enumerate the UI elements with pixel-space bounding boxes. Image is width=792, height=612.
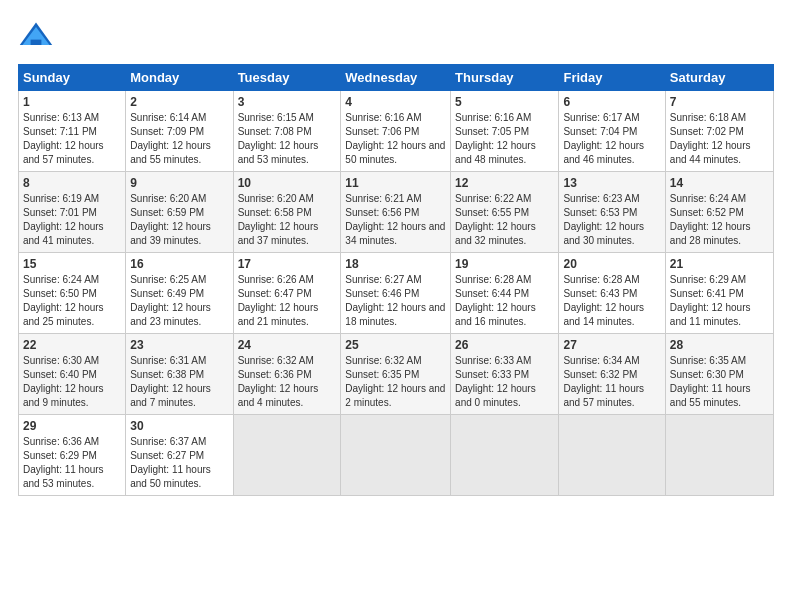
- sunrise-label: Sunrise: 6:16 AM: [345, 112, 421, 123]
- sunrise-label: Sunrise: 6:24 AM: [23, 274, 99, 285]
- sunrise-label: Sunrise: 6:28 AM: [455, 274, 531, 285]
- sunrise-label: Sunrise: 6:25 AM: [130, 274, 206, 285]
- day-info: Sunrise: 6:22 AM Sunset: 6:55 PM Dayligh…: [455, 192, 554, 248]
- day-number: 1: [23, 95, 121, 109]
- day-number: 25: [345, 338, 446, 352]
- calendar-day-cell: 7 Sunrise: 6:18 AM Sunset: 7:02 PM Dayli…: [665, 91, 773, 172]
- day-info: Sunrise: 6:16 AM Sunset: 7:06 PM Dayligh…: [345, 111, 446, 167]
- day-number: 21: [670, 257, 769, 271]
- sunrise-label: Sunrise: 6:30 AM: [23, 355, 99, 366]
- daylight-label: Daylight: 12 hours and 7 minutes.: [130, 383, 211, 408]
- day-number: 6: [563, 95, 660, 109]
- sunset-label: Sunset: 6:30 PM: [670, 369, 744, 380]
- calendar-day-cell: 12 Sunrise: 6:22 AM Sunset: 6:55 PM Dayl…: [451, 172, 559, 253]
- day-number: 22: [23, 338, 121, 352]
- calendar-day-cell: 28 Sunrise: 6:35 AM Sunset: 6:30 PM Dayl…: [665, 334, 773, 415]
- sunrise-label: Sunrise: 6:15 AM: [238, 112, 314, 123]
- daylight-label: Daylight: 12 hours and 48 minutes.: [455, 140, 536, 165]
- calendar-day-cell: 16 Sunrise: 6:25 AM Sunset: 6:49 PM Dayl…: [126, 253, 233, 334]
- daylight-label: Daylight: 12 hours and 18 minutes.: [345, 302, 445, 327]
- daylight-label: Daylight: 11 hours and 57 minutes.: [563, 383, 644, 408]
- daylight-label: Daylight: 12 hours and 34 minutes.: [345, 221, 445, 246]
- day-number: 10: [238, 176, 337, 190]
- sunset-label: Sunset: 6:36 PM: [238, 369, 312, 380]
- sunrise-label: Sunrise: 6:16 AM: [455, 112, 531, 123]
- calendar-week-row: 1 Sunrise: 6:13 AM Sunset: 7:11 PM Dayli…: [19, 91, 774, 172]
- daylight-label: Daylight: 12 hours and 9 minutes.: [23, 383, 104, 408]
- sunrise-label: Sunrise: 6:20 AM: [238, 193, 314, 204]
- calendar-day-cell: 25 Sunrise: 6:32 AM Sunset: 6:35 PM Dayl…: [341, 334, 451, 415]
- page-header: [18, 18, 774, 54]
- calendar-day-cell: 13 Sunrise: 6:23 AM Sunset: 6:53 PM Dayl…: [559, 172, 665, 253]
- day-number: 30: [130, 419, 228, 433]
- day-number: 16: [130, 257, 228, 271]
- calendar-day-cell: 22 Sunrise: 6:30 AM Sunset: 6:40 PM Dayl…: [19, 334, 126, 415]
- calendar-week-row: 15 Sunrise: 6:24 AM Sunset: 6:50 PM Dayl…: [19, 253, 774, 334]
- day-number: 20: [563, 257, 660, 271]
- day-info: Sunrise: 6:33 AM Sunset: 6:33 PM Dayligh…: [455, 354, 554, 410]
- daylight-label: Daylight: 12 hours and 37 minutes.: [238, 221, 319, 246]
- sunset-label: Sunset: 6:33 PM: [455, 369, 529, 380]
- day-number: 15: [23, 257, 121, 271]
- daylight-label: Daylight: 11 hours and 53 minutes.: [23, 464, 104, 489]
- day-info: Sunrise: 6:18 AM Sunset: 7:02 PM Dayligh…: [670, 111, 769, 167]
- calendar-day-cell: 19 Sunrise: 6:28 AM Sunset: 6:44 PM Dayl…: [451, 253, 559, 334]
- daylight-label: Daylight: 11 hours and 50 minutes.: [130, 464, 211, 489]
- sunset-label: Sunset: 6:49 PM: [130, 288, 204, 299]
- day-info: Sunrise: 6:35 AM Sunset: 6:30 PM Dayligh…: [670, 354, 769, 410]
- calendar-table: SundayMondayTuesdayWednesdayThursdayFrid…: [18, 64, 774, 496]
- daylight-label: Daylight: 12 hours and 28 minutes.: [670, 221, 751, 246]
- calendar-day-cell: 17 Sunrise: 6:26 AM Sunset: 6:47 PM Dayl…: [233, 253, 341, 334]
- sunset-label: Sunset: 6:52 PM: [670, 207, 744, 218]
- day-info: Sunrise: 6:28 AM Sunset: 6:43 PM Dayligh…: [563, 273, 660, 329]
- day-number: 24: [238, 338, 337, 352]
- day-number: 2: [130, 95, 228, 109]
- calendar-week-row: 29 Sunrise: 6:36 AM Sunset: 6:29 PM Dayl…: [19, 415, 774, 496]
- calendar-day-cell: 27 Sunrise: 6:34 AM Sunset: 6:32 PM Dayl…: [559, 334, 665, 415]
- daylight-label: Daylight: 12 hours and 2 minutes.: [345, 383, 445, 408]
- sunrise-label: Sunrise: 6:32 AM: [345, 355, 421, 366]
- daylight-label: Daylight: 12 hours and 57 minutes.: [23, 140, 104, 165]
- day-info: Sunrise: 6:13 AM Sunset: 7:11 PM Dayligh…: [23, 111, 121, 167]
- sunrise-label: Sunrise: 6:32 AM: [238, 355, 314, 366]
- daylight-label: Daylight: 12 hours and 16 minutes.: [455, 302, 536, 327]
- day-header-saturday: Saturday: [665, 65, 773, 91]
- sunrise-label: Sunrise: 6:21 AM: [345, 193, 421, 204]
- calendar-header-row: SundayMondayTuesdayWednesdayThursdayFrid…: [19, 65, 774, 91]
- sunset-label: Sunset: 7:04 PM: [563, 126, 637, 137]
- day-info: Sunrise: 6:30 AM Sunset: 6:40 PM Dayligh…: [23, 354, 121, 410]
- calendar-day-cell: 3 Sunrise: 6:15 AM Sunset: 7:08 PM Dayli…: [233, 91, 341, 172]
- calendar-week-row: 8 Sunrise: 6:19 AM Sunset: 7:01 PM Dayli…: [19, 172, 774, 253]
- day-number: 9: [130, 176, 228, 190]
- day-number: 26: [455, 338, 554, 352]
- calendar-day-cell: 18 Sunrise: 6:27 AM Sunset: 6:46 PM Dayl…: [341, 253, 451, 334]
- day-info: Sunrise: 6:16 AM Sunset: 7:05 PM Dayligh…: [455, 111, 554, 167]
- calendar-day-cell: 11 Sunrise: 6:21 AM Sunset: 6:56 PM Dayl…: [341, 172, 451, 253]
- day-header-wednesday: Wednesday: [341, 65, 451, 91]
- sunrise-label: Sunrise: 6:22 AM: [455, 193, 531, 204]
- day-info: Sunrise: 6:27 AM Sunset: 6:46 PM Dayligh…: [345, 273, 446, 329]
- sunset-label: Sunset: 6:53 PM: [563, 207, 637, 218]
- day-number: 4: [345, 95, 446, 109]
- day-info: Sunrise: 6:26 AM Sunset: 6:47 PM Dayligh…: [238, 273, 337, 329]
- sunset-label: Sunset: 6:56 PM: [345, 207, 419, 218]
- sunrise-label: Sunrise: 6:17 AM: [563, 112, 639, 123]
- day-number: 8: [23, 176, 121, 190]
- sunset-label: Sunset: 6:44 PM: [455, 288, 529, 299]
- calendar-day-cell: 24 Sunrise: 6:32 AM Sunset: 6:36 PM Dayl…: [233, 334, 341, 415]
- day-number: 27: [563, 338, 660, 352]
- calendar-day-cell: 20 Sunrise: 6:28 AM Sunset: 6:43 PM Dayl…: [559, 253, 665, 334]
- day-number: 23: [130, 338, 228, 352]
- daylight-label: Daylight: 12 hours and 21 minutes.: [238, 302, 319, 327]
- daylight-label: Daylight: 12 hours and 14 minutes.: [563, 302, 644, 327]
- sunrise-label: Sunrise: 6:20 AM: [130, 193, 206, 204]
- day-number: 7: [670, 95, 769, 109]
- sunset-label: Sunset: 6:38 PM: [130, 369, 204, 380]
- sunrise-label: Sunrise: 6:23 AM: [563, 193, 639, 204]
- sunset-label: Sunset: 6:40 PM: [23, 369, 97, 380]
- sunset-label: Sunset: 6:27 PM: [130, 450, 204, 461]
- svg-rect-2: [31, 40, 42, 45]
- day-number: 5: [455, 95, 554, 109]
- day-info: Sunrise: 6:34 AM Sunset: 6:32 PM Dayligh…: [563, 354, 660, 410]
- sunrise-label: Sunrise: 6:26 AM: [238, 274, 314, 285]
